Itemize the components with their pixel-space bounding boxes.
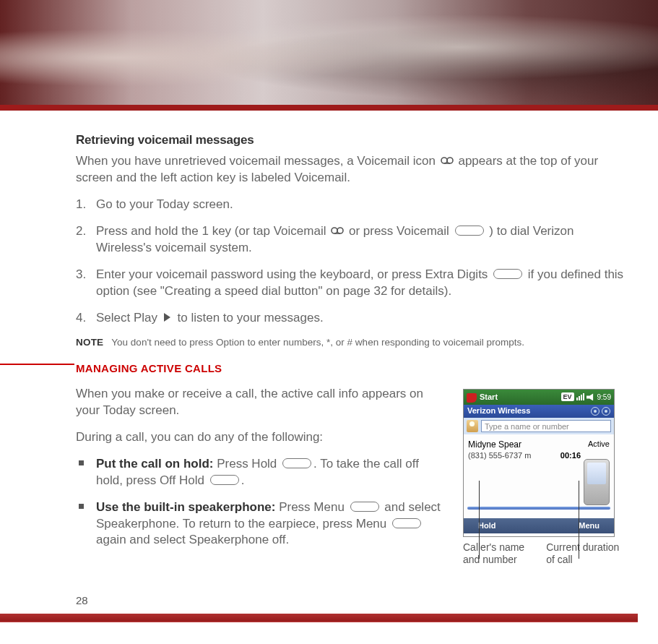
cap1b: and number <box>463 554 517 565</box>
cap1a: Caller's name <box>463 541 524 553</box>
note-label: NOTE <box>76 337 103 348</box>
hero-photo <box>0 0 658 105</box>
step-4a: Select Play <box>96 311 161 325</box>
voicemail-tap-icon <box>331 226 344 236</box>
note: NOTE You don't need to press Option to e… <box>76 336 629 349</box>
voicemail-softkey-icon <box>455 226 484 236</box>
phone-start-bar: Start EV 9:59 <box>464 390 614 405</box>
svg-point-3 <box>332 228 337 233</box>
phone-input-row: Type a name or number <box>464 418 614 434</box>
p2: During a call, you can do any of the fol… <box>76 429 446 446</box>
carrier-label: Verizon Wireless <box>467 405 530 416</box>
svg-point-1 <box>447 158 453 163</box>
caller-name: Midyne Spear <box>468 439 521 450</box>
bullet-hold: Put the call on hold: Press Hold . To ta… <box>76 456 446 489</box>
extra-digits-softkey-icon <box>493 269 522 279</box>
bullet-list: Put the call on hold: Press Hold . To ta… <box>76 456 446 549</box>
b1a: Press Hold <box>217 457 280 471</box>
step-4b: to listen to your messages. <box>178 311 324 325</box>
phone-screenshot: Start EV 9:59 Verizon Wireless Type a na… <box>463 389 615 537</box>
cap2a: Current duration <box>546 541 619 553</box>
two-column: When you make or receive a call, the act… <box>76 386 629 567</box>
signal-icon <box>576 393 584 400</box>
handset-image <box>584 459 610 505</box>
text-column: When you make or receive a call, the act… <box>76 386 446 567</box>
figure-column: Start EV 9:59 Verizon Wireless Type a na… <box>463 386 629 567</box>
menu-softkey-icon <box>350 502 379 512</box>
section-heading: MANAGING ACTIVE CALLS <box>76 361 629 376</box>
figure-captions: Caller's nameand number Current duration… <box>463 541 629 567</box>
phone-search-input[interactable]: Type a name or number <box>481 420 611 432</box>
progress-bar <box>467 507 610 510</box>
carrier-icon-1 <box>591 407 599 416</box>
play-icon <box>163 312 173 322</box>
svg-point-0 <box>441 158 447 163</box>
bullet-hold-label: Put the call on hold: <box>96 457 217 471</box>
voicemail-icon <box>441 155 454 166</box>
callout-line-1 <box>479 481 480 559</box>
cap2b: of call <box>546 554 573 565</box>
step-3a: Enter your voicemail password using the … <box>96 267 491 281</box>
note-text: You don't need to press Option to enter … <box>111 337 524 348</box>
steps-list: Go to your Today screen. Press and hold … <box>76 197 629 327</box>
phone-softkey-bar: Hold Menu <box>464 518 614 533</box>
p1: When you make or receive a call, the act… <box>76 386 446 419</box>
step-3: Enter your voicemail password using the … <box>76 267 629 300</box>
step-1: Go to your Today screen. <box>76 197 629 213</box>
start-flag-icon <box>467 393 477 403</box>
carrier-icon-2 <box>602 407 610 416</box>
intro-paragraph: When you have unretrieved voicemail mess… <box>76 153 629 186</box>
section-rule <box>0 364 74 365</box>
softkey-hold[interactable]: Hold <box>478 520 495 531</box>
hero-red-bar <box>0 105 658 111</box>
caption-duration: Current durationof call <box>546 541 619 567</box>
call-status: Active <box>588 439 610 450</box>
step-2: Press and hold the 1 key (or tap Voicema… <box>76 223 629 257</box>
ev-badge: EV <box>561 392 574 401</box>
callout-line-2 <box>579 481 579 559</box>
footer-red-bar <box>0 614 658 622</box>
page-number: 28 <box>76 594 88 606</box>
svg-point-4 <box>337 228 343 233</box>
b1c: . <box>241 473 245 487</box>
softkey-menu[interactable]: Menu <box>579 520 599 531</box>
offhold-softkey-icon <box>210 475 239 485</box>
step-4: Select Play to listen to your messages. <box>76 310 629 327</box>
phone-clock: 9:59 <box>597 392 611 403</box>
caller-number: (831) 555-6737 m <box>468 450 531 461</box>
step-1-text: Go to your Today screen. <box>96 197 233 211</box>
step-2a: Press and hold the 1 key (or tap Voicema… <box>96 224 329 238</box>
caption-caller: Caller's nameand number <box>463 541 524 567</box>
phone-carrier-bar: Verizon Wireless <box>464 405 614 418</box>
phone-body: Midyne Spear Active (831) 555-6737 m 00:… <box>464 434 614 518</box>
speaker-icon <box>586 393 595 400</box>
heading-retrieving: Retrieving voicemail messages <box>76 132 629 149</box>
b2c: again and select Speakerphone off. <box>96 533 289 546</box>
step-2b: or press Voicemail <box>349 224 453 238</box>
bullet-spk-label: Use the built-in speakerphone: <box>96 500 279 514</box>
bullet-speakerphone: Use the built-in speakerphone: Press Men… <box>76 499 446 549</box>
hold-softkey-icon <box>282 458 311 468</box>
page-content: Retrieving voicemail messages When you h… <box>0 111 658 567</box>
menu-softkey-icon-2 <box>392 518 421 528</box>
call-duration: 00:16 <box>560 450 581 461</box>
intro-text-a: When you have unretrieved voicemail mess… <box>76 154 439 168</box>
contact-icon <box>467 420 478 432</box>
b2a: Press Menu <box>279 500 347 514</box>
phone-start-label: Start <box>480 392 498 401</box>
